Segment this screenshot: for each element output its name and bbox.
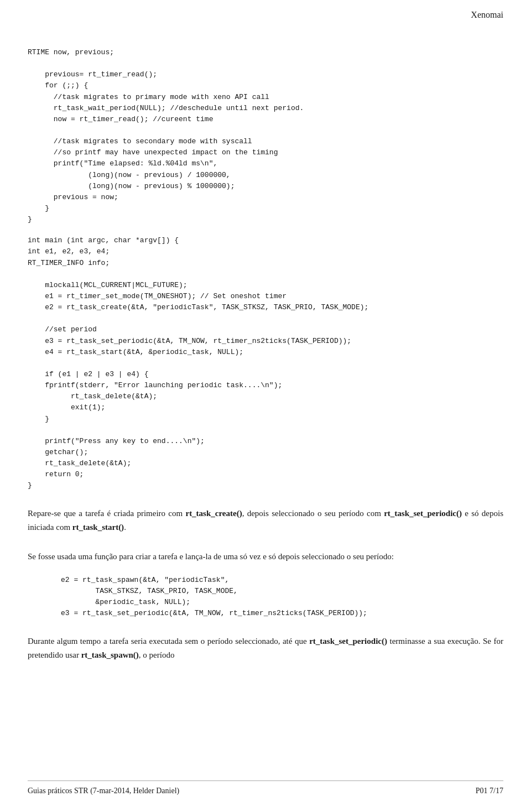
code-block-3: e2 = rt_task_spawn(&tA, "periodicTask", … (61, 575, 503, 620)
main-content: RTIME now, previous; previous= rt_timer_… (28, 17, 503, 706)
prose-paragraph-1: Repare-se que a tarefa é criada primeiro… (28, 507, 503, 534)
code-block-1: RTIME now, previous; previous= rt_timer_… (28, 47, 503, 225)
bold-rt-task-start: rt_task_start() (72, 523, 124, 532)
header-title: Xenomai (471, 10, 503, 20)
prose-paragraph-3: Durante algum tempo a tarefa seria execu… (28, 634, 503, 662)
footer: Guias práticos STR (7-mar-2014, Helder D… (28, 780, 503, 795)
page-container: Xenomai RTIME now, previous; previous= r… (0, 0, 531, 812)
code-block-2: int main (int argc, char *argv[]) { int … (28, 235, 503, 491)
bold-rt-task-set-periodic-2: rt_task_set_periodic() (309, 637, 387, 646)
bold-rt-task-create: rt_task_create() (185, 509, 242, 518)
footer-right-text: P01 7/17 (476, 787, 503, 795)
prose-paragraph-2: Se fosse usada uma função para criar a t… (28, 550, 503, 564)
bold-rt-task-set-periodic: rt_task_set_periodic() (384, 509, 462, 518)
footer-left-text: Guias práticos STR (7-mar-2014, Helder D… (28, 787, 179, 795)
bold-rt-task-spawn: rt_task_spawn() (81, 650, 139, 659)
